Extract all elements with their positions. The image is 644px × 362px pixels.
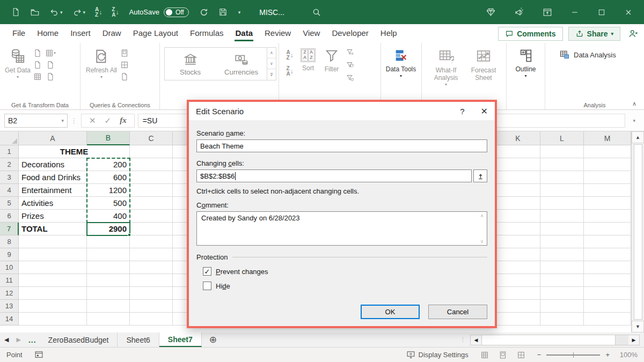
cell[interactable] [540, 210, 584, 223]
cell[interactable] [540, 235, 584, 248]
cell[interactable] [496, 158, 540, 171]
gallery-more-button[interactable]: ⊽ [267, 69, 276, 80]
cell[interactable] [19, 287, 87, 300]
undo-dropdown-icon[interactable]: ▾ [60, 10, 63, 15]
recent-sources-icon[interactable] [45, 60, 56, 70]
cell[interactable] [130, 287, 173, 300]
row-header[interactable]: 4 [0, 184, 19, 197]
cell[interactable] [584, 235, 631, 248]
cell[interactable] [540, 158, 584, 171]
cell[interactable] [584, 261, 631, 274]
reapply-filter-icon[interactable] [345, 60, 355, 70]
name-box[interactable]: B2 ▾ [4, 114, 68, 128]
cell[interactable] [496, 145, 540, 158]
minimize-button[interactable] [561, 0, 588, 24]
cell[interactable]: Food and Drinks [19, 171, 87, 184]
open-file-button[interactable] [25, 0, 45, 24]
column-header[interactable]: K [496, 131, 540, 145]
dialog-title-bar[interactable]: Edit Scenario ? ✕ [189, 102, 495, 120]
cell[interactable] [19, 313, 87, 326]
sheet-tab-zerobasedbudget[interactable]: ZeroBasedBudget [40, 333, 118, 347]
cell[interactable] [496, 274, 540, 287]
column-header[interactable]: L [540, 131, 584, 145]
new-file-button[interactable] [6, 0, 25, 24]
share-person-icon[interactable] [626, 28, 641, 39]
cell[interactable] [130, 261, 173, 274]
quick-access-dropdown[interactable]: ▾ [232, 0, 246, 24]
dialog-help-icon[interactable]: ? [460, 107, 464, 116]
comment-scroll-up-icon[interactable]: ∧ [480, 213, 484, 218]
tab-file[interactable]: File [6, 26, 31, 41]
comment-input[interactable]: Created by Sandy on 6/28/2023 ∧ ∨ [196, 211, 487, 246]
cell[interactable] [496, 171, 540, 184]
cell[interactable]: Prizes [19, 210, 87, 223]
cell[interactable] [130, 274, 173, 287]
cell[interactable] [130, 235, 173, 248]
cell[interactable]: Entertainment [19, 184, 87, 197]
cell[interactable] [540, 248, 584, 261]
share-button[interactable]: Share▾ [568, 27, 620, 41]
edit-links-icon[interactable] [119, 72, 130, 82]
cell[interactable] [496, 248, 540, 261]
properties-icon[interactable] [119, 60, 130, 70]
row-header[interactable]: 9 [0, 248, 19, 261]
cell[interactable] [87, 287, 130, 300]
cell[interactable] [540, 313, 584, 326]
advanced-filter-icon[interactable] [345, 73, 355, 83]
insert-function-icon[interactable]: fx [120, 116, 127, 125]
row-header[interactable]: 6 [0, 210, 19, 223]
feedback-megaphone-icon[interactable] [505, 0, 533, 24]
cell[interactable] [540, 145, 584, 158]
cell[interactable] [584, 171, 631, 184]
redo-dropdown-icon[interactable]: ▾ [83, 10, 86, 15]
zoom-out-icon[interactable]: − [537, 351, 541, 359]
display-settings-button[interactable]: Display Settings [406, 350, 469, 359]
column-header[interactable]: M [584, 131, 631, 145]
cell[interactable] [496, 313, 540, 326]
cell[interactable] [540, 287, 584, 300]
cell[interactable] [130, 158, 173, 171]
cell[interactable] [87, 313, 130, 326]
cell[interactable] [87, 235, 130, 248]
data-analysis-button[interactable]: Data Analysis [559, 49, 616, 60]
tab-help[interactable]: Help [375, 26, 403, 41]
cell[interactable] [130, 197, 173, 210]
cell[interactable] [584, 223, 631, 235]
cell[interactable]: 400 [87, 210, 130, 223]
autosave-toggle[interactable]: Off [164, 8, 189, 17]
cell[interactable] [19, 261, 87, 274]
close-button[interactable] [615, 0, 642, 24]
cell[interactable]: Decorations [19, 158, 87, 171]
cell[interactable] [584, 313, 631, 326]
select-all-corner[interactable] [0, 131, 19, 145]
name-box-dropdown-icon[interactable]: ▾ [61, 118, 64, 123]
cell[interactable] [496, 223, 540, 235]
premium-gem-icon[interactable] [477, 0, 505, 24]
cell[interactable] [130, 313, 173, 326]
sheet-tab-sheet7[interactable]: Sheet7 [159, 333, 202, 347]
comment-scrollbar[interactable]: ∧ ∨ [478, 213, 486, 244]
cell[interactable]: 2900 [87, 223, 130, 235]
tab-insert[interactable]: Insert [64, 26, 97, 41]
page-break-view-icon[interactable] [517, 351, 525, 359]
cell[interactable] [130, 210, 173, 223]
cell[interactable]: 500 [87, 197, 130, 210]
prevent-changes-checkbox[interactable]: ✓ [203, 267, 211, 276]
cell[interactable] [496, 184, 540, 197]
from-text-csv-icon[interactable] [32, 48, 43, 58]
from-table-range-icon[interactable] [32, 72, 43, 82]
tab-splitter-handle[interactable]: ⋮ [460, 336, 466, 343]
range-picker-button[interactable] [473, 169, 487, 182]
ok-button[interactable]: OK [361, 305, 420, 319]
data-tools-button[interactable]: Data Tools▾ [385, 46, 416, 78]
cell[interactable] [584, 210, 631, 223]
autosave-control[interactable]: AutoSave Off [129, 8, 189, 17]
sheet-nav-next-icon[interactable]: ▶ [16, 336, 20, 343]
cell[interactable] [540, 274, 584, 287]
cell[interactable] [130, 145, 173, 158]
scroll-down-icon[interactable]: ▼ [632, 321, 644, 333]
what-if-analysis-button[interactable]: What-If Analysis▾ [426, 46, 466, 87]
tab-home[interactable]: Home [31, 26, 64, 41]
prevent-changes-option[interactable]: ✓ Prevent changes [203, 267, 487, 276]
column-header[interactable]: C [130, 131, 173, 145]
